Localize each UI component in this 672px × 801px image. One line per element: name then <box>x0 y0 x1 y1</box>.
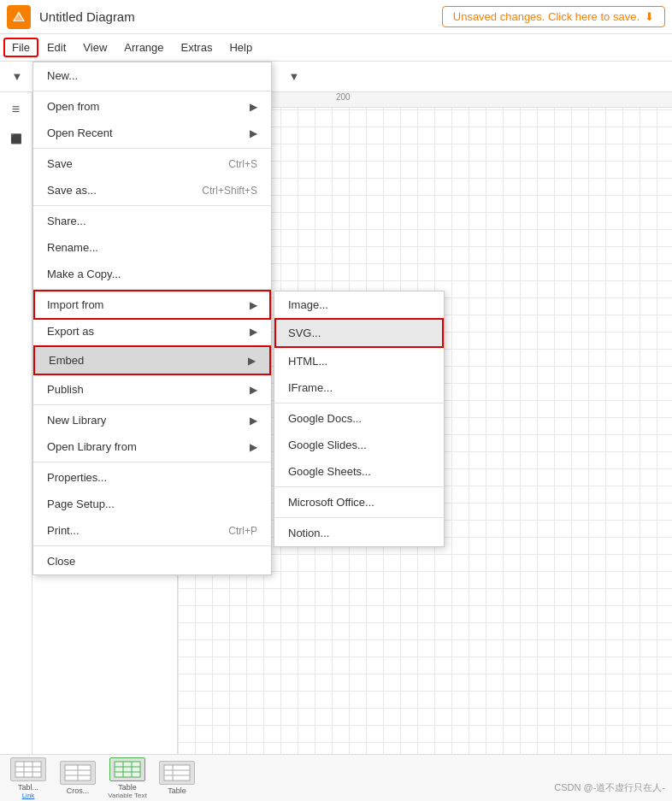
bottom-table2-label: Table <box>168 786 186 795</box>
embed-google-sheets[interactable]: Google Sheets... <box>274 458 444 485</box>
bottom-bar: Tabl... Link Cros... Table Variable Text <box>0 754 672 801</box>
unsaved-changes-button[interactable]: Unsaved changes. Click here to save. ⬇ <box>442 6 665 27</box>
embed-html[interactable]: HTML... <box>274 348 444 374</box>
file-menu-save[interactable]: Save Ctrl+S <box>33 150 271 177</box>
sep-1 <box>33 91 271 91</box>
file-menu-import-from[interactable]: Import from ▶ <box>33 290 271 320</box>
diagram-title: Untitled Diagram <box>39 9 442 24</box>
embed-submenu: Image... SVG... HTML... IFrame... Google… <box>274 291 445 547</box>
embed-sep-1 <box>274 403 444 403</box>
embed-sep-2 <box>274 486 444 487</box>
menu-help[interactable]: Help <box>221 38 261 57</box>
sep-2 <box>33 148 271 149</box>
bottom-cross-icon <box>60 761 96 785</box>
sidebar: ≡ ⬛ <box>0 92 32 801</box>
embed-iframe[interactable]: IFrame... <box>274 374 444 401</box>
file-menu-save-as[interactable]: Save as... Ctrl+Shift+S <box>33 177 271 203</box>
file-menu-make-copy[interactable]: Make a Copy... <box>33 261 271 287</box>
embed-svg-wrapper: SVG... <box>274 318 444 348</box>
embed-sep-3 <box>274 517 444 518</box>
bottom-table-icon <box>109 757 145 781</box>
toolbar-plus-dropdown[interactable]: ▼ <box>282 65 306 89</box>
bottom-table2-icon <box>159 761 195 785</box>
file-menu-publish[interactable]: Publish ▶ <box>33 376 271 403</box>
svg-rect-13 <box>15 762 41 777</box>
embed-google-slides[interactable]: Google Slides... <box>274 432 444 458</box>
save-icon: ⬇ <box>645 10 654 23</box>
bottom-table-link-label: Tabl... <box>18 783 38 792</box>
menu-edit[interactable]: Edit <box>38 38 74 57</box>
menu-view[interactable]: View <box>74 38 115 57</box>
app-logo <box>7 5 31 29</box>
bottom-table-link-sub: Link <box>22 792 35 799</box>
watermark: CSDN @-道不虚行只在人- <box>554 781 665 794</box>
menu-arrange[interactable]: Arrange <box>115 38 172 57</box>
file-menu-open-library[interactable]: Open Library from ▶ <box>33 433 271 460</box>
file-menu-print[interactable]: Print... Ctrl+P <box>33 517 271 544</box>
file-menu-dropdown: New... Open from ▶ Open Recent ▶ Save Ct… <box>32 62 272 575</box>
sep-6 <box>33 462 271 462</box>
file-menu-page-setup[interactable]: Page Setup... <box>33 491 271 517</box>
file-menu-rename[interactable]: Rename... <box>33 234 271 261</box>
file-menu-share[interactable]: Share... <box>33 208 271 234</box>
menu-bar: File Edit View Arrange Extras Help <box>0 34 672 62</box>
unsaved-text: Unsaved changes. Click here to save. <box>453 10 640 23</box>
title-bar: Untitled Diagram Unsaved changes. Click … <box>0 0 672 34</box>
sep-3 <box>33 205 271 206</box>
bottom-table-sub: Variable Text <box>108 792 147 799</box>
ruler-mark-200: 200 <box>336 92 351 102</box>
file-menu-open-from[interactable]: Open from ▶ <box>33 93 271 120</box>
file-menu-close[interactable]: Close <box>33 548 271 574</box>
bottom-cross[interactable]: Cros... <box>56 761 99 795</box>
svg-rect-27 <box>164 765 190 780</box>
bottom-table2[interactable]: Table <box>156 761 198 795</box>
file-menu-embed[interactable]: Embed ▶ <box>35 347 269 374</box>
file-menu-open-recent[interactable]: Open Recent ▶ <box>33 120 271 146</box>
file-menu-new-library[interactable]: New Library ▶ <box>33 407 271 433</box>
bottom-table-label: Table <box>118 783 137 792</box>
file-menu-export-as[interactable]: Export as ▶ <box>33 318 271 345</box>
bottom-table[interactable]: Table Variable Text <box>106 757 149 799</box>
file-menu-properties[interactable]: Properties... <box>33 464 271 491</box>
embed-notion[interactable]: Notion... <box>274 520 444 546</box>
embed-google-docs[interactable]: Google Docs... <box>274 405 444 432</box>
sidebar-format-btn[interactable]: ≡ <box>3 96 30 123</box>
bottom-table-link-icon <box>10 757 46 781</box>
sidebar-shapes-btn[interactable]: ⬛ <box>3 125 30 152</box>
bottom-table-link[interactable]: Tabl... Link <box>7 757 50 799</box>
file-menu-new[interactable]: New... <box>33 62 271 89</box>
embed-microsoft-office[interactable]: Microsoft Office... <box>274 489 444 515</box>
menu-file[interactable]: File <box>3 38 38 57</box>
svg-rect-22 <box>115 762 140 777</box>
sep-7 <box>33 545 271 546</box>
sep-5 <box>33 404 271 405</box>
menu-extras[interactable]: Extras <box>173 38 221 57</box>
embed-svg[interactable]: SVG... <box>276 320 442 346</box>
file-menu-embed-wrapper: Embed ▶ <box>33 345 271 375</box>
embed-image[interactable]: Image... <box>274 292 444 318</box>
toolbar-dropdown-btn[interactable]: ▼ <box>5 65 29 89</box>
bottom-cross-label: Cros... <box>67 786 90 795</box>
